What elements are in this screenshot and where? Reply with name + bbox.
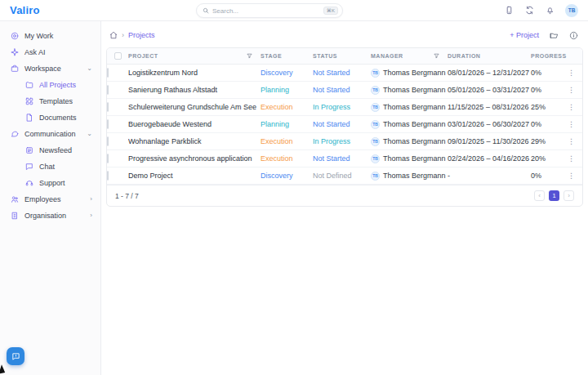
row-checkbox[interactable] <box>107 85 109 95</box>
chevron-down-icon[interactable]: ⌄ <box>87 131 92 137</box>
kebab-menu-icon[interactable]: ⋮ <box>568 121 575 128</box>
status-value[interactable]: Not Started <box>313 154 371 163</box>
kebab-menu-icon[interactable]: ⋮ <box>568 172 575 180</box>
stage-value[interactable]: Execution <box>261 154 313 163</box>
breadcrumb-current[interactable]: Projects <box>128 31 155 39</box>
column-header-manager[interactable]: MANAGER <box>371 53 448 59</box>
manager-cell[interactable]: TB Thomas Bergmann <box>371 154 448 163</box>
kebab-menu-icon[interactable]: ⋮ <box>568 69 575 77</box>
stage-value[interactable]: Execution <box>261 137 313 145</box>
status-value[interactable]: Not Started <box>313 86 371 94</box>
sidebar-item-employees[interactable]: Employees › <box>0 191 100 208</box>
export-button[interactable] <box>549 30 559 40</box>
manager-cell[interactable]: TB Thomas Bergmann <box>371 137 448 146</box>
duration-value: - <box>448 172 531 180</box>
status-value[interactable]: Not Started <box>313 69 371 77</box>
row-checkbox[interactable] <box>107 102 109 112</box>
status-value[interactable]: Not Started <box>313 120 371 128</box>
global-search[interactable]: ⌘K <box>196 3 343 18</box>
table-row[interactable]: Demo Project Discovery Not Defined TB Th… <box>107 167 582 185</box>
row-checkbox[interactable] <box>107 154 109 163</box>
new-project-button[interactable]: + Project <box>510 31 539 39</box>
stage-value[interactable]: Execution <box>261 103 313 111</box>
sidebar-item-workspace[interactable]: Workspace ⌄ <box>0 60 100 77</box>
manager-cell[interactable]: TB Thomas Bergmann <box>371 69 448 78</box>
search-input[interactable] <box>209 7 323 15</box>
column-header-status[interactable]: STATUS <box>313 53 371 59</box>
pagination-next-button[interactable]: › <box>564 190 574 201</box>
sidebar-item-documents[interactable]: Documents <box>0 109 100 126</box>
project-name[interactable]: Demo Project <box>128 172 261 180</box>
info-button[interactable] <box>568 30 578 40</box>
table-row[interactable]: Schulerweiterung Grundschule Am See Exec… <box>107 99 582 116</box>
column-header-duration[interactable]: DURATION <box>448 53 531 59</box>
stage-value[interactable]: Planning <box>261 120 313 128</box>
mobile-device-button[interactable] <box>504 6 514 16</box>
kebab-menu-icon[interactable]: ⋮ <box>568 155 575 163</box>
sidebar-item-chat[interactable]: Chat <box>0 158 100 175</box>
sidebar-item-label: Support <box>39 179 65 187</box>
table-row[interactable]: Wohnanlage Parkblick Execution In Progre… <box>107 133 582 150</box>
sidebar-item-communication[interactable]: Communication ⌄ <box>0 126 100 142</box>
row-checkbox[interactable] <box>107 136 109 146</box>
row-checkbox[interactable] <box>107 68 109 78</box>
stage-value[interactable]: Discovery <box>261 172 313 180</box>
stage-value[interactable]: Planning <box>261 86 313 94</box>
chat-widget-button[interactable] <box>7 347 24 365</box>
table-row[interactable]: Buerogebaeude Westend Planning Not Start… <box>107 116 582 133</box>
column-label: MANAGER <box>371 53 403 59</box>
table-row[interactable]: Progressive asynchronous application Exe… <box>107 150 582 167</box>
sidebar-item-newsfeed[interactable]: Newsfeed <box>0 142 100 158</box>
status-value[interactable]: Not Defined <box>313 172 371 180</box>
column-header-project[interactable]: PROJECT <box>128 53 261 59</box>
manager-cell[interactable]: TB Thomas Bergmann <box>371 86 448 95</box>
column-header-progress[interactable]: PROGRESS <box>531 53 565 59</box>
table-row[interactable]: Sanierung Rathaus Altstadt Planning Not … <box>107 82 582 99</box>
stage-value[interactable]: Discovery <box>261 69 313 77</box>
status-value[interactable]: In Progress <box>313 103 371 111</box>
sidebar-item-my-work[interactable]: My Work <box>0 28 100 44</box>
kebab-menu-icon[interactable]: ⋮ <box>568 87 575 94</box>
progress-value: 20% <box>531 154 565 163</box>
row-checkbox[interactable] <box>107 119 109 129</box>
chevron-right-icon[interactable]: › <box>90 212 92 219</box>
project-name[interactable]: Progressive asynchronous application <box>128 154 261 163</box>
sidebar-item-organisation[interactable]: Organisation › <box>0 208 100 224</box>
select-all-checkbox[interactable] <box>114 52 122 60</box>
manager-cell[interactable]: TB Thomas Bergmann <box>371 103 448 112</box>
app-logo[interactable]: Valiro <box>10 4 40 16</box>
status-value[interactable]: In Progress <box>313 137 371 145</box>
chevron-down-icon[interactable]: ⌄ <box>87 65 92 72</box>
manager-cell[interactable]: TB Thomas Bergmann <box>371 172 448 181</box>
table-row[interactable]: Logistikzentrum Nord Discovery Not Start… <box>107 65 582 82</box>
sidebar-item-support[interactable]: Support <box>0 175 100 191</box>
progress-value: 0% <box>531 172 565 180</box>
user-avatar[interactable]: TB <box>565 4 578 17</box>
home-icon[interactable] <box>109 31 118 39</box>
chevron-right-icon[interactable]: › <box>90 196 92 203</box>
manager-avatar: TB <box>371 137 380 146</box>
project-name[interactable]: Buerogebaeude Westend <box>128 120 261 128</box>
notifications-button[interactable] <box>545 6 555 16</box>
sync-button[interactable] <box>524 6 534 16</box>
project-name[interactable]: Schulerweiterung Grundschule Am See <box>128 103 261 111</box>
project-name[interactable]: Wohnanlage Parkblick <box>128 137 261 145</box>
filter-icon[interactable] <box>434 53 439 59</box>
row-checkbox[interactable] <box>107 171 109 181</box>
sidebar-item-ask-ai[interactable]: Ask AI <box>0 44 100 60</box>
pagination-page-1-button[interactable]: 1 <box>549 190 559 201</box>
filter-icon[interactable] <box>247 53 252 59</box>
kebab-menu-icon[interactable]: ⋮ <box>568 138 575 145</box>
sidebar-item-label: Workspace <box>24 65 61 73</box>
sidebar-item-templates[interactable]: Templates <box>0 93 100 109</box>
column-header-stage[interactable]: STAGE <box>261 53 313 59</box>
project-name[interactable]: Logistikzentrum Nord <box>128 69 261 77</box>
row-menu-cell: ⋮ <box>565 104 582 111</box>
project-name[interactable]: Sanierung Rathaus Altstadt <box>128 86 261 94</box>
kebab-menu-icon[interactable]: ⋮ <box>568 104 575 111</box>
manager-cell[interactable]: TB Thomas Bergmann <box>371 120 448 129</box>
top-bar: Valiro ⌘K TB <box>0 0 588 21</box>
pagination-prev-button[interactable]: ‹ <box>534 190 545 201</box>
sidebar-item-all-projects[interactable]: All Projects <box>0 77 100 93</box>
manager-avatar: TB <box>371 172 380 181</box>
